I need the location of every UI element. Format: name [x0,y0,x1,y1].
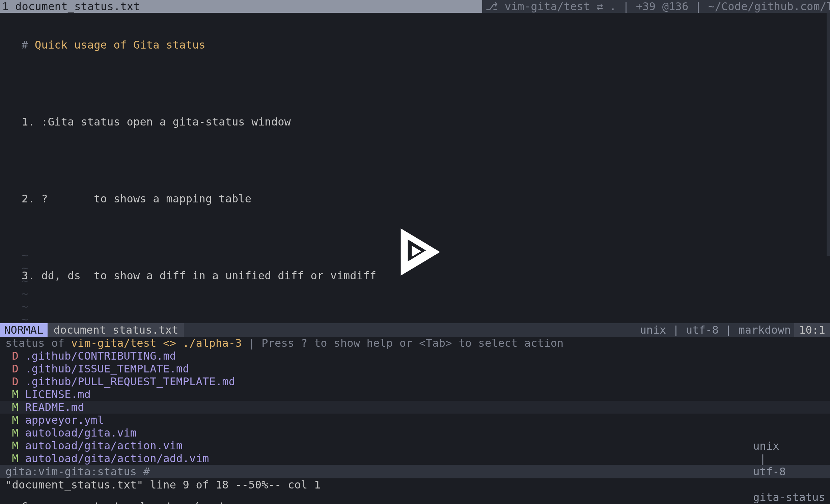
gita-status-row[interactable]: M appveyor.yml [0,414,830,426]
gita-status-row[interactable]: M README.md [0,401,830,414]
play-button[interactable] [400,228,441,276]
fileformat: unix [753,440,779,452]
buffer-line [22,77,830,90]
status-path: .github/PULL_REQUEST_TEMPLATE.md [25,375,235,388]
cursor-position: 10:1 [794,323,830,337]
command-line[interactable]: "document_status.txt" line 9 of 18 --50%… [0,478,830,491]
tilde-marker: ~ [22,300,28,313]
tmux-branch: vim-gita/test ⇄ . [504,0,616,13]
statusline-lower-title: gita:vim-gita:status # [5,465,150,478]
buffer-line: 6. -- to toggle stage/unstage [22,500,830,504]
tmux-window-tab[interactable]: 1 document_status.txt [0,0,143,13]
gutter [0,13,22,323]
statusline-filename: document_status.txt [48,323,184,337]
heading-text: Quick usage of Gita status [35,38,205,51]
mode-indicator: NORMAL [0,323,48,337]
tmux-window-index: 1 [2,0,8,13]
status-path: autoload/gita/action/add.vim [25,452,209,465]
tmux-diffstat: +39 @136 [636,0,689,13]
heading-hash: # [22,38,28,51]
status-flag: M [12,388,18,401]
tilde-marker: ~ [22,287,28,300]
status-flag: M [12,426,18,439]
status-path: LICENSE.md [25,388,91,401]
gita-status-row[interactable]: M autoload/gita.vim [0,426,830,439]
gita-status-row[interactable]: D .github/ISSUE_TEMPLATE.md [0,362,830,375]
tilde-marker: ~ [22,249,28,262]
status-path: .github/ISSUE_TEMPLATE.md [25,362,189,375]
status-path: appveyor.yml [25,414,104,426]
status-flag: D [12,375,18,388]
tilde-marker: ~ [22,262,28,275]
tilde-marker: ~ [22,275,28,287]
filetype: markdown [738,324,791,336]
status-path: .github/CONTRIBUTING.md [25,349,176,362]
filetype: gita-status [753,491,825,504]
gita-status-row[interactable]: D .github/PULL_REQUEST_TEMPLATE.md [0,375,830,388]
tmux-window-name: document_status.txt [15,0,140,13]
buffer-line: 2. ? to shows a mapping table [22,192,830,205]
gita-status-row[interactable]: M autoload/gita/action/add.vim [0,452,830,465]
tmux-cwd: ~/Code/github.com/lambdalisue/vim-gita [708,0,830,13]
buffer-line [22,308,830,320]
status-flag: D [12,362,18,375]
fileformat: unix [640,324,666,336]
status-flag: M [12,401,18,414]
status-flag: M [12,452,18,465]
status-flag: M [12,439,18,452]
terminal-screen: 1 document_status.txt ⎇ vim-gita/test ⇄ … [0,0,830,504]
gita-status-row[interactable]: M LICENSE.md [0,388,830,401]
gita-status-row[interactable]: D .github/CONTRIBUTING.md [0,349,830,362]
status-path: autoload/gita/action.vim [25,439,183,452]
branch-icon: ⎇ [486,0,498,13]
buffer-content[interactable]: # Quick usage of Gita status 1. :Gita st… [22,13,830,323]
gita-status-list[interactable]: D .github/CONTRIBUTING.md D .github/ISSU… [0,349,830,465]
status-flag: D [12,349,18,362]
gita-status-header: status of vim-gita/test <> ./alpha-3 | P… [0,337,830,349]
buffer-line: 1. :Gita status open a gita-status windo… [22,115,830,128]
editor-pane[interactable]: # Quick usage of Gita status 1. :Gita st… [0,13,830,323]
buffer-line [22,154,830,167]
status-path: autoload/gita.vim [25,426,137,439]
gita-branch-compare: vim-gita/test <> ./alpha-3 [71,337,242,349]
gita-status-row[interactable]: M autoload/gita/action.vim [0,439,830,452]
tmux-bar-gap [143,0,482,13]
status-path: README.md [25,401,84,414]
encoding: utf-8 [753,465,786,478]
statusline-lower: gita:vim-gita:status # unix | utf-8 | gi… [0,465,830,478]
tmux-statusbar: 1 document_status.txt ⎇ vim-gita/test ⇄ … [0,0,830,13]
status-flag: M [12,414,18,426]
tmux-right-status: ⎇ vim-gita/test ⇄ . | +39 @136 | ~/Code/… [482,0,830,13]
statusline-upper: NORMAL document_status.txt unix | utf-8 … [0,323,830,337]
encoding: utf-8 [686,324,719,336]
